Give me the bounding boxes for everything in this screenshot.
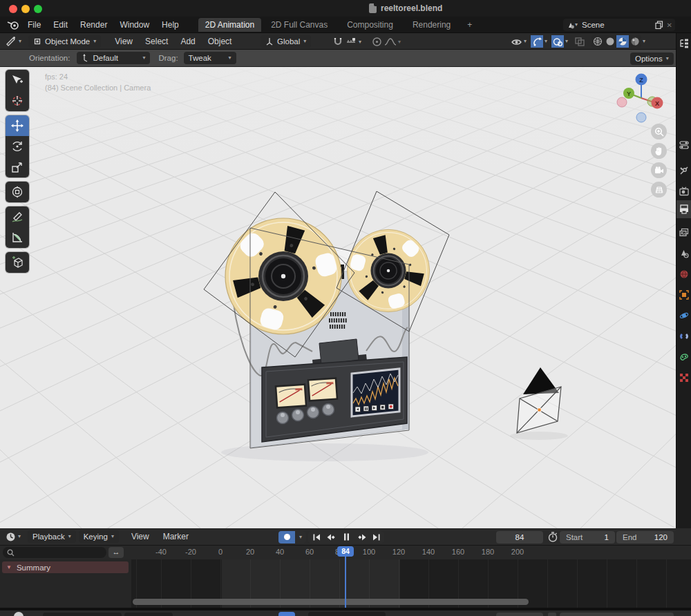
keyframe-area[interactable] [131, 559, 691, 608]
shading-wireframe-button[interactable] [591, 35, 604, 48]
menu-file[interactable]: File [26, 20, 42, 30]
show-overlays-toggle[interactable] [551, 35, 564, 48]
menu-render[interactable]: Render [79, 20, 108, 30]
options-dropdown[interactable]: Options ▾ [630, 52, 674, 65]
scene-properties-tab[interactable] [679, 249, 689, 258]
shading-rendered-button[interactable] [629, 35, 641, 48]
shading-chevron[interactable]: ▾ [643, 39, 645, 44]
auto-keying-toggle[interactable] [278, 531, 295, 543]
auto-keying-chevron[interactable]: ▾ [295, 531, 306, 543]
new-scene-icon[interactable] [655, 21, 663, 29]
object-visibility-icon[interactable] [510, 35, 522, 48]
jump-to-end-button[interactable] [369, 531, 383, 543]
menu-object[interactable]: Object [207, 37, 234, 46]
zoom-view-button[interactable] [651, 124, 667, 139]
axis-neg-z[interactable] [636, 113, 646, 122]
visibility-chevron[interactable]: ▾ [524, 39, 527, 44]
menu-help[interactable]: Help [160, 20, 180, 30]
view-layer-properties-tab[interactable] [679, 228, 689, 238]
viewport-3d[interactable]: fps: 24 (84) Scene Collection | Camera [0, 67, 676, 528]
editor-type-button[interactable]: ▾ [6, 36, 21, 46]
start-frame-field[interactable]: Start 1 [560, 531, 615, 543]
tool-scale[interactable] [6, 157, 29, 177]
tool-add-primitive[interactable] [6, 252, 29, 273]
gizmo-chevron[interactable]: ▾ [545, 39, 547, 44]
add-workspace-button[interactable]: + [460, 18, 479, 32]
shading-solid-button[interactable] [604, 35, 616, 48]
tool-move[interactable] [6, 115, 29, 136]
timeline-horizontal-scrollbar[interactable] [133, 599, 529, 605]
timeline-menu-view[interactable]: View [130, 532, 151, 541]
tool-cursor[interactable] [6, 90, 29, 111]
texture-properties-tab[interactable] [679, 373, 689, 383]
menu-edit[interactable]: Edit [52, 20, 69, 30]
reel-to-reel-illustration[interactable] [225, 218, 430, 447]
scene-selector[interactable]: ▾ Scene ✕ [563, 19, 675, 31]
overlays-chevron[interactable]: ▾ [565, 39, 568, 44]
snap-chevron[interactable]: ▾ [359, 39, 361, 45]
camera-view-button[interactable] [651, 162, 667, 178]
drag-dropdown[interactable]: Tweak ▾ [184, 52, 236, 64]
jump-next-keyframe-button[interactable] [355, 531, 369, 543]
tab-2d-animation[interactable]: 2D Animation [198, 18, 261, 32]
camera-object[interactable] [510, 367, 568, 440]
object-data-properties-tab[interactable] [679, 352, 689, 362]
zoom-window-button[interactable] [34, 5, 42, 13]
tool-measure[interactable] [6, 227, 29, 248]
proportional-editing-icon[interactable] [372, 37, 382, 47]
render-properties-tab[interactable] [679, 186, 689, 196]
timeline-menu-marker[interactable]: Marker [162, 532, 190, 541]
close-window-button[interactable] [9, 5, 17, 13]
snap-settings-icon[interactable] [346, 37, 357, 46]
menu-window[interactable]: Window [118, 20, 151, 30]
tool-transform[interactable] [6, 182, 29, 202]
end-frame-field[interactable]: End 120 [616, 531, 674, 543]
pan-view-button[interactable] [651, 143, 667, 159]
transform-orientation-dropdown[interactable]: Global ▾ [261, 35, 311, 48]
menu-add[interactable]: Add [179, 37, 196, 46]
use-preview-range-icon[interactable] [548, 532, 558, 542]
keying-dropdown[interactable]: Keying▾ [79, 530, 119, 543]
falloff-curve-icon[interactable] [384, 37, 397, 46]
output-properties-tab[interactable] [679, 204, 689, 214]
unlink-scene-icon[interactable]: ✕ [667, 21, 672, 29]
tab-compositing[interactable]: Compositing [340, 18, 400, 32]
timeline-editor-type-button[interactable]: ▾ [6, 532, 21, 542]
tool-rotate[interactable] [6, 136, 29, 157]
jump-to-start-button[interactable] [310, 531, 323, 543]
jump-prev-keyframe-button[interactable] [323, 531, 337, 543]
playback-dropdown[interactable]: Playback▾ [28, 530, 76, 543]
outliner-editor-icon[interactable] [679, 39, 689, 48]
tool-annotate[interactable] [6, 206, 29, 227]
shading-material-button[interactable] [616, 35, 629, 48]
scene-browse-chevron[interactable]: ▾ [575, 22, 578, 28]
properties-editor-icon[interactable] [679, 140, 689, 150]
xray-toggle[interactable] [574, 35, 586, 48]
filter-range-button[interactable]: ↔ [108, 547, 124, 558]
tab-2d-full-canvas[interactable]: 2D Full Canvas [264, 18, 334, 32]
tool-properties-tab[interactable] [679, 166, 689, 175]
mode-dropdown[interactable]: Object Mode ▾ [28, 35, 101, 48]
tab-rendering[interactable]: Rendering [406, 18, 457, 32]
object-properties-tab[interactable] [679, 290, 689, 300]
world-properties-tab[interactable] [679, 269, 689, 279]
axis-neg-x[interactable] [617, 97, 627, 107]
expand-triangle-icon[interactable]: ▼ [6, 564, 12, 570]
current-frame-field[interactable]: 84 [496, 531, 543, 543]
scene-name[interactable]: Scene [582, 21, 655, 29]
navigation-gizmo[interactable]: Z Y X [614, 70, 669, 126]
right-reel[interactable] [347, 229, 429, 311]
menu-view[interactable]: View [113, 37, 134, 46]
orientation-setting-dropdown[interactable]: Default ▾ [77, 52, 150, 64]
channel-summary-row[interactable]: ▼ Summary [2, 561, 129, 573]
constraints-properties-tab[interactable] [679, 331, 689, 341]
orthographic-toggle-button[interactable] [651, 182, 667, 198]
tool-tweak[interactable] [6, 70, 29, 90]
falloff-chevron[interactable]: ▾ [398, 39, 401, 45]
physics-properties-tab[interactable] [679, 311, 689, 320]
menu-select[interactable]: Select [144, 37, 169, 46]
blender-logo-icon[interactable] [7, 20, 21, 30]
pause-button[interactable] [337, 531, 355, 543]
show-gizmo-toggle[interactable] [531, 35, 543, 48]
channel-search-input[interactable] [3, 547, 106, 558]
